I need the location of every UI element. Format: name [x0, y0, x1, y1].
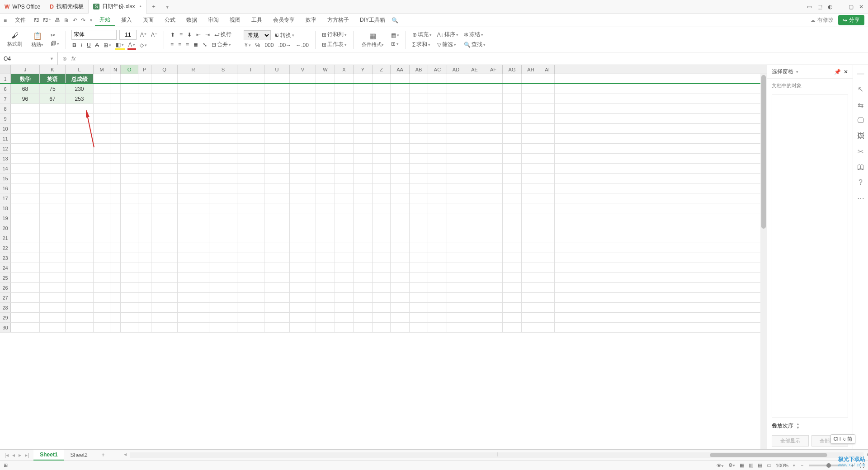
hamburger-icon[interactable]: ≡	[4, 17, 7, 24]
style2-icon[interactable]: ⊞▾	[390, 40, 400, 47]
col-header-R[interactable]: R	[178, 65, 209, 74]
cell-AA13[interactable]	[391, 154, 410, 163]
cell-AE8[interactable]	[465, 104, 484, 113]
cell-P10[interactable]	[138, 124, 151, 133]
cell-X25[interactable]	[335, 273, 354, 282]
cell-L6[interactable]: 230	[66, 84, 94, 94]
cell-AG1[interactable]	[503, 74, 522, 83]
dec-inc-icon[interactable]: .00→	[277, 42, 292, 49]
col-header-W[interactable]: W	[316, 65, 335, 74]
cond-format-group[interactable]: ▦ 条件格式▾	[359, 32, 387, 48]
help-rail-icon[interactable]: ?	[859, 179, 863, 187]
cell-N13[interactable]	[110, 154, 121, 163]
col-header-AF[interactable]: AF	[484, 65, 503, 74]
namebox-dropdown-icon[interactable]: ▼	[50, 56, 54, 61]
italic-icon[interactable]: I	[80, 42, 83, 49]
cell-O25[interactable]	[121, 273, 138, 282]
horizontal-scrollbar[interactable]: ◂ | ▸	[130, 452, 863, 458]
cell-AB10[interactable]	[410, 124, 428, 133]
cell-AC13[interactable]	[428, 154, 447, 163]
cell-AE25[interactable]	[465, 273, 484, 282]
bold-icon[interactable]: B	[71, 42, 77, 49]
cell-AD7[interactable]	[447, 94, 465, 103]
view-break-icon[interactable]: ▤	[758, 462, 762, 468]
cell-J8[interactable]	[11, 104, 40, 113]
cell-P28[interactable]	[138, 303, 151, 312]
cell-AI23[interactable]	[540, 253, 555, 263]
cell-V12[interactable]	[290, 144, 316, 153]
align-middle-icon[interactable]: ≡	[179, 31, 184, 38]
cell-Q28[interactable]	[151, 303, 178, 312]
font-select[interactable]	[71, 30, 117, 40]
cell-O22[interactable]	[121, 243, 138, 253]
row-header[interactable]: 6	[0, 84, 11, 94]
cell-P1[interactable]	[138, 74, 151, 83]
cell-AB1[interactable]	[410, 74, 428, 83]
cell-AG20[interactable]	[503, 223, 522, 233]
cell-Q14[interactable]	[151, 164, 178, 173]
cell-Z7[interactable]	[373, 94, 391, 103]
cell-J20[interactable]	[11, 223, 40, 233]
cell-S1[interactable]	[209, 74, 237, 83]
cell-AH24[interactable]	[522, 263, 540, 273]
tools-rail-icon[interactable]: ✂	[858, 147, 863, 156]
cell-K1[interactable]: 英语	[40, 74, 66, 83]
cell-W30[interactable]	[316, 323, 335, 332]
cell-S19[interactable]	[209, 213, 237, 223]
cell-Q18[interactable]	[151, 203, 178, 213]
cell-AH23[interactable]	[522, 253, 540, 263]
cell-Y9[interactable]	[354, 114, 373, 123]
cell-AB18[interactable]	[410, 203, 428, 213]
col-header-AE[interactable]: AE	[465, 65, 484, 74]
cell-S12[interactable]	[209, 144, 237, 153]
cell-AG24[interactable]	[503, 263, 522, 273]
cell-AA1[interactable]	[391, 74, 410, 83]
cell-Y15[interactable]	[354, 174, 373, 183]
cell-N8[interactable]	[110, 104, 121, 113]
col-header-V[interactable]: V	[290, 65, 316, 74]
ime-badge[interactable]: CH ♫ 简	[830, 434, 855, 444]
cell-AE1[interactable]	[465, 74, 484, 83]
cell-K8[interactable]	[40, 104, 66, 113]
cell-M9[interactable]	[94, 114, 110, 123]
cell-AD8[interactable]	[447, 104, 465, 113]
cell-AG30[interactable]	[503, 323, 522, 332]
cell-Z24[interactable]	[373, 263, 391, 273]
cell-AH25[interactable]	[522, 273, 540, 282]
cell-AF14[interactable]	[484, 164, 503, 173]
cell-U8[interactable]	[264, 104, 290, 113]
worksheet-btn[interactable]: ⊞ 工作表▾	[321, 40, 348, 49]
cell-AH16[interactable]	[522, 183, 540, 193]
maximize-icon[interactable]: ▢	[849, 4, 854, 10]
cell-AD1[interactable]	[447, 74, 465, 83]
cell-T27[interactable]	[237, 293, 264, 302]
align-bottom-icon[interactable]: ⬇	[186, 31, 193, 38]
cell-M15[interactable]	[94, 174, 110, 183]
cell-J10[interactable]	[11, 124, 40, 133]
cell-AF6[interactable]	[484, 84, 503, 94]
cell-L1[interactable]: 总成绩	[66, 74, 94, 83]
sheet-add[interactable]: ＋	[94, 449, 112, 461]
cell-T17[interactable]	[237, 193, 264, 203]
cell-AA16[interactable]	[391, 183, 410, 193]
close-icon[interactable]: ✕	[859, 4, 863, 10]
cell-X9[interactable]	[335, 114, 354, 123]
col-header-P[interactable]: P	[138, 65, 151, 74]
cell-O7[interactable]	[121, 94, 138, 103]
cell-K9[interactable]	[40, 114, 66, 123]
cell-S29[interactable]	[209, 313, 237, 322]
cell-M6[interactable]	[94, 84, 110, 94]
tab-add[interactable]: ＋	[146, 3, 161, 10]
cell-AD28[interactable]	[447, 303, 465, 312]
menu-formula[interactable]: 公式	[160, 14, 180, 26]
decrease-font-icon[interactable]: A⁻	[150, 31, 158, 38]
cell-U25[interactable]	[264, 273, 290, 282]
cell-S27[interactable]	[209, 293, 237, 302]
cell-R9[interactable]	[178, 114, 209, 123]
cell-AI6[interactable]	[540, 84, 555, 94]
cell-AA19[interactable]	[391, 213, 410, 223]
cell-X11[interactable]	[335, 134, 354, 143]
row-header[interactable]: 11	[0, 134, 11, 143]
cell-Z22[interactable]	[373, 243, 391, 253]
sort-btn[interactable]: A↓ 排序▾	[436, 30, 459, 39]
